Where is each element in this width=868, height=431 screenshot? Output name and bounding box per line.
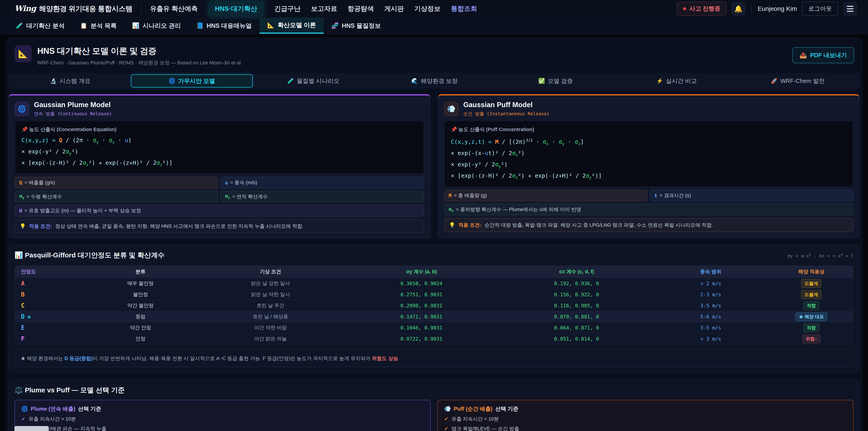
topnav-item-7[interactable]: 기상정보 [414,4,440,13]
app-logo[interactable]: Wing 해양환경 위기대응 통합시스템 [14,4,132,13]
section-tab-3[interactable]: 🧪물질별 시나리오 [253,74,374,88]
section-tab-4[interactable]: 🌊해양환경 보정 [374,74,495,88]
section-tab-1[interactable]: 🔬시스템 개요 [10,74,131,88]
parameter-item: σz= 연직 확산계수 [221,191,424,202]
token: y [562,142,564,146]
condition-text: 정상 상태 연속 배출, 균일 풍속, 평탄 지형. 해양 HNS 사고에서 탱… [55,223,304,229]
table-row[interactable]: F안정야간 맑은 하늘0.0722, 0.90310.051, 0.814, 0… [15,333,853,344]
section-tab-label: 시스템 개요 [59,77,90,85]
sigma-z-cell: 0.079, 0.881, 0 [501,314,652,319]
token: . [398,356,399,361]
criteria-item: ✓탱크 폭발/BLEVE — 순간 방출 [444,425,847,431]
hamburger-menu-button[interactable] [843,2,857,16]
table-row[interactable]: E약간 안정야간 약한 바람0.1046, 0.90310.064, 0.871… [15,322,853,333]
subnav-tab-label: HNS 물질정보 [342,22,381,30]
topnav-item-4[interactable]: 보고자료 [311,4,337,13]
selection-box-accent: Puff (순간 배출) [454,405,493,412]
puff-card-title: Gaussian Puff Model [463,101,550,109]
cyclone-icon: 🌀 [21,406,28,412]
column-header: σy 계수 (a, b) [342,268,501,275]
weather-cell: 야간 맑은 하늘 [199,335,342,342]
criteria-text: 탱크 폭발/BLEVE — 순간 방출 [452,425,519,431]
token: M [495,138,498,145]
column-header: 풍속 범위 [652,268,770,275]
subnav-tab-icon: 🧪 [16,22,23,29]
grade-letter: D [21,313,25,320]
token: t)² / 2 [488,150,512,156]
section-tab-6[interactable]: ⚡실시간 비교 [616,74,737,88]
parameter-item: H= 유효 방출고도 (m) — 물리적 높이 + 부력 상승 보정 [15,205,424,216]
token: z [589,175,592,180]
applicability-badge: 드물게 [801,290,822,299]
token: d [841,253,843,256]
token: C(x,y,z,t) = [451,138,495,145]
token: z [86,162,88,167]
topnav-item-2[interactable]: HNS·대기확산 [208,1,264,17]
logout-button[interactable]: 로그아웃 [802,2,838,16]
column-header: σz 계수 (c, d, f) [501,268,652,275]
token: σ [66,148,69,155]
token: ²)] [162,160,173,166]
section-tab-label: 해양환경 보정 [421,77,458,85]
grade-cell: D★ [15,313,82,320]
section-tab-label: 모델 검증 [548,77,573,85]
parameter-item: M= 총 배출량 (g) [444,190,647,201]
token: Q [59,137,62,144]
equation-line: × [exp(-(z-H)² / 2σz²) + exp(-(z+H)² / 2… [22,158,417,170]
parameter-symbol: σz [225,193,230,200]
token: 위험도 상승 [372,356,398,361]
class-cell: 약간 안정 [82,324,199,331]
applicability-cell: ★ 해양 대표 [770,312,853,321]
topnav-item-1[interactable]: 유출유 확산예측 [150,4,198,13]
token: σ [93,137,96,144]
topnav-item-5[interactable]: 항공탐색 [348,4,374,13]
subnav-tab-4[interactable]: 📘HNS 대응매뉴얼 [188,18,259,34]
selection-box-title: 🌀Plume (연속 배출) 선택 기준 [21,405,424,412]
check-icon: ✓ [444,426,448,431]
topnav-item-6[interactable]: 게시판 [384,4,404,13]
bulb-icon: 💡 [20,223,26,229]
token: x [546,142,549,146]
token: σ [512,150,515,156]
token: σy = a·x [787,253,809,258]
subnav-tab-3[interactable]: 📊시나리오 관리 [124,18,188,34]
wind-puff-icon: 💨 [447,105,456,113]
table-row[interactable]: B불안정맑은 날 약한 일사0.2751, 0.90310.156, 0.922… [15,289,853,300]
topnav-item-8[interactable]: 통합조회 [451,4,477,13]
class-cell: 약간 불안정 [82,302,199,309]
section-tab-5[interactable]: ✅모델 검증 [495,74,616,88]
token: σ [109,137,112,144]
condition-label: 적용 조건: [458,222,481,228]
notifications-button[interactable]: 🔔 [732,2,745,16]
topnav-item-3[interactable]: 긴급구난 [274,4,301,13]
table-footnote: ★ 해양 환경에서는 D 등급(중립)이 가장 빈번하게 나타남. 해풍·육풍 … [14,350,854,367]
criteria-text: 유출 지속시간 < 10분 [452,415,499,423]
subnav-tab-5[interactable]: 📐확산모델 이론 [259,18,324,34]
section-tab-2[interactable]: 🌀가우시안 모델 [131,74,253,88]
subnav-tab-6[interactable]: 🧬HNS 물질정보 [324,18,389,34]
section-tab-label: 실시간 비교 [666,77,697,85]
token: × exp(-y² / 2 [22,148,66,155]
subnav-tab-1[interactable]: 🧪대기확산 분석 [8,18,72,34]
parameter-item: u= 풍속 (m/s) [221,177,424,188]
sigma-y-cell: 0.1471, 0.9031 [342,314,501,319]
token: × [exp(-(z-H)² / 2 [451,173,512,179]
puff-icon-box: 💨 [444,102,458,116]
incident-status-badge[interactable]: 사고 진행중 [677,2,726,16]
selection-box-title: 💨Puff (순간 배출) 선택 기준 [444,405,847,412]
pdf-export-button[interactable]: 📤 PDF 내보내기 [792,47,854,63]
table-row[interactable]: D★중립흐린 날 / 해상풍0.1471, 0.90310.079, 0.881… [15,311,853,322]
equation-line: × exp(-y² / 2σy²) [22,147,417,158]
table-row[interactable]: A매우 불안정맑은 날 강한 일사0.3658, 0.90240.192, 0.… [15,278,853,289]
section-tab-7[interactable]: 🚀WRF-Chem 발전 [737,74,858,88]
token: σ [586,173,589,179]
criteria-item: ✓유출 지속시간 > 10분 [21,415,424,423]
puff-equation-label: 📌 농도 산출식 (Puff Concentration) [451,126,847,133]
subnav-tab-2[interactable]: 📋분석 목록 [72,18,124,34]
table-row[interactable]: C약간 불안정흐린 날 주간0.2090, 0.90310.116, 0.905… [15,300,853,311]
cyclone-icon: 🌀 [18,105,26,113]
column-header: 기상 조건 [199,268,342,275]
subnav-tab-icon: 📋 [80,22,87,29]
incident-status-label: 사고 진행중 [689,5,720,13]
subnav-tab-icon: 📐 [267,22,274,29]
